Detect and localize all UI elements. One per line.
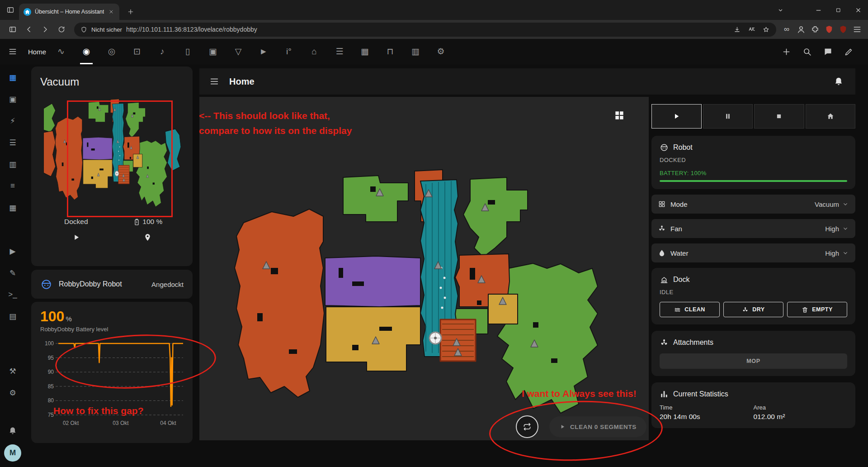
notes-icon[interactable]: ▤: [0, 305, 25, 327]
search-icon[interactable]: [802, 47, 812, 57]
refresh-button[interactable]: [54, 22, 69, 37]
new-tab-button[interactable]: [125, 6, 137, 18]
dock-clean-button[interactable]: CLEAN: [660, 302, 720, 317]
robot-vacuum-icon[interactable]: ◉: [81, 39, 91, 64]
energy-icon[interactable]: ⚡: [0, 110, 25, 132]
save-page-icon[interactable]: [733, 26, 741, 33]
mop-button[interactable]: MOP: [660, 353, 847, 369]
ublock-shield-icon[interactable]: [825, 25, 834, 34]
robot-icon: [660, 143, 669, 152]
add-view-button[interactable]: [782, 47, 791, 57]
svg-text:100: 100: [45, 340, 54, 347]
privacy-shield-icon[interactable]: [839, 25, 848, 34]
vacuum-start-button[interactable]: [40, 233, 112, 242]
chevron-down-icon: [842, 225, 849, 232]
window-maximize-button[interactable]: [828, 0, 848, 20]
user-avatar[interactable]: M: [4, 444, 21, 462]
tab-layout-icon[interactable]: [5, 4, 16, 16]
vacuum-map-area[interactable]: CLEAN 0 SEGMENTS: [199, 97, 649, 440]
start-button[interactable]: [651, 104, 702, 129]
robot-entity-row[interactable]: RobbyDobby Robot Angedockt: [31, 270, 193, 299]
trash-icon: [802, 306, 808, 313]
ha-sidebar-rail: ▦▣⚡☰▥≡▦ ▶✎>_▤ ⚒⚙ M: [0, 64, 25, 467]
scooter-icon[interactable]: ►: [259, 39, 269, 64]
browser-toolbar: Nicht sicher http://10.101.111.36:8123/l…: [0, 20, 868, 39]
address-bar[interactable]: Nicht sicher http://10.101.111.36:8123/l…: [74, 23, 776, 37]
disc-player-icon[interactable]: ◎: [107, 39, 117, 64]
settings-gear-icon[interactable]: ⚙: [0, 382, 25, 404]
svg-text:90: 90: [48, 369, 54, 375]
map-layers-grid-icon[interactable]: [613, 110, 625, 121]
code-icon[interactable]: ✎: [0, 262, 25, 284]
dashboard-icon[interactable]: ▦: [0, 67, 25, 88]
browser-tab[interactable]: Übersicht – Home Assistant: [19, 4, 119, 20]
view-bell-icon[interactable]: [834, 76, 844, 86]
translate-icon[interactable]: [748, 26, 755, 33]
assist-chat-icon[interactable]: [823, 47, 833, 57]
dock-empty-button[interactable]: EMPTY: [787, 302, 847, 317]
list-icon[interactable]: ☰: [335, 39, 344, 64]
calendar-icon[interactable]: ▦: [0, 197, 25, 219]
tab-home[interactable]: Home: [25, 48, 52, 56]
terminal-icon[interactable]: >_: [0, 284, 25, 305]
forum-icon[interactable]: ▣: [0, 88, 25, 110]
clean-segments-button[interactable]: CLEAN 0 SEGMENTS: [549, 416, 646, 437]
ha-menu-icon[interactable]: [0, 39, 25, 64]
map-overlay-controls: CLEAN 0 SEGMENTS: [516, 415, 646, 438]
security-label[interactable]: Nicht sicher: [91, 26, 122, 33]
tab-close-icon[interactable]: [108, 8, 115, 15]
extension-icons: ∞: [782, 25, 863, 34]
vacuum-locate-button[interactable]: [112, 233, 184, 242]
mode-select[interactable]: Mode Vacuum: [651, 195, 855, 214]
tablet-icon[interactable]: ▯: [183, 39, 193, 64]
television-icon[interactable]: ⊡: [132, 39, 142, 64]
history-icon[interactable]: ▥: [0, 153, 25, 175]
stop-button[interactable]: [754, 104, 804, 129]
ha-top-actions: [782, 47, 860, 57]
notifications-bell-icon[interactable]: [0, 420, 25, 442]
fan-select[interactable]: Fan High: [651, 219, 855, 238]
battery-history-chart[interactable]: 100959085807502 Okt03 Okt04 Okt: [38, 337, 188, 428]
window-close-button[interactable]: [848, 0, 868, 20]
return-home-button[interactable]: [806, 104, 856, 129]
window-chevron-icon[interactable]: [770, 0, 790, 20]
robot-card-title: Robot: [673, 143, 693, 152]
pause-button[interactable]: [703, 104, 753, 129]
washing-machine-icon[interactable]: ▣: [208, 39, 218, 64]
forward-button[interactable]: [38, 22, 52, 37]
extensions-puzzle-icon[interactable]: [811, 25, 820, 34]
water-select[interactable]: Water High: [651, 243, 855, 262]
vacuum-minimap[interactable]: [43, 94, 181, 212]
repeat-mode-button[interactable]: [516, 415, 538, 438]
favorite-star-icon[interactable]: [762, 26, 770, 33]
site-info-shield-icon[interactable]: [80, 26, 87, 33]
devtools-wrench-icon[interactable]: ⚒: [0, 360, 25, 382]
thermometer-icon[interactable]: i°: [284, 39, 294, 64]
browser-menu-icon[interactable]: [853, 25, 862, 34]
house-icon[interactable]: ⌂: [309, 39, 319, 64]
sound-wave-icon[interactable]: ∿: [56, 39, 66, 64]
calendar-icon[interactable]: ▦: [360, 39, 370, 64]
edit-dashboard-icon[interactable]: [844, 47, 854, 57]
shopping-cart-icon[interactable]: ▥: [410, 39, 420, 64]
view-menu-icon[interactable]: [209, 76, 219, 86]
water-tap-icon[interactable]: ⊓: [385, 39, 395, 64]
back-button[interactable]: [22, 22, 36, 37]
cocktail-icon[interactable]: ▽: [233, 39, 243, 64]
url-text[interactable]: http://10.101.111.36:8123/lovelace/robby…: [126, 26, 729, 33]
collections-infinity-icon[interactable]: ∞: [782, 25, 792, 34]
settings-gear-icon[interactable]: ⚙: [436, 39, 446, 64]
logbook-icon[interactable]: ≡: [0, 175, 25, 197]
todo-list-icon[interactable]: ☰: [0, 132, 25, 153]
mode-value: Vacuum: [815, 200, 839, 208]
sidebar-toggle-icon[interactable]: [5, 22, 20, 37]
dock-card-title: Dock: [673, 276, 689, 284]
battery-percent-value: 100: [40, 308, 64, 325]
media-icon[interactable]: ▶: [0, 240, 25, 262]
waves-icon: [674, 306, 681, 313]
stat-time: Time 20h 14m 00s: [660, 404, 754, 421]
dock-dry-button[interactable]: DRY: [723, 302, 783, 317]
window-minimize-button[interactable]: [808, 0, 828, 20]
music-icon[interactable]: ♪: [157, 39, 167, 64]
profile-icon[interactable]: [797, 25, 806, 34]
